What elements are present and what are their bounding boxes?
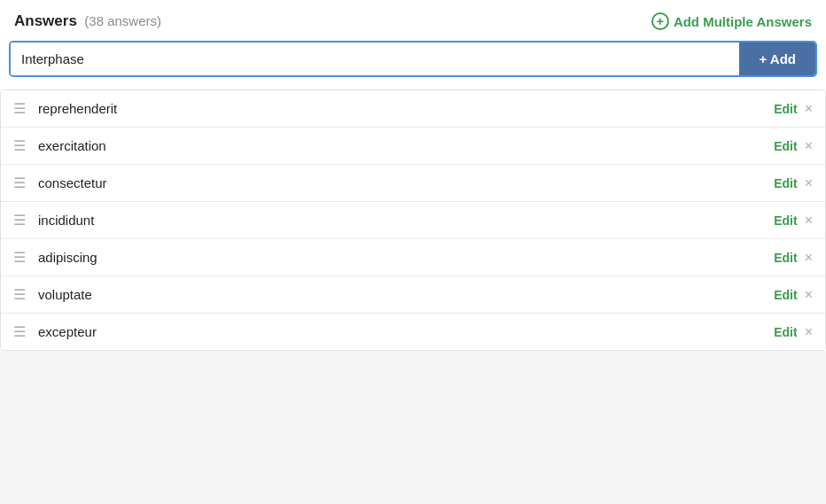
answer-input[interactable] [11,43,739,75]
drag-handle-icon[interactable]: ☰ [13,213,26,228]
edit-answer-button[interactable]: Edit [774,251,797,265]
answers-list: ☰ reprehenderit Edit × ☰ exercitation Ed… [0,89,826,351]
list-item: ☰ excepteur Edit × [1,314,825,350]
delete-answer-button[interactable]: × [805,325,813,339]
answer-text: incididunt [38,213,774,228]
drag-handle-icon[interactable]: ☰ [13,251,26,265]
add-answer-button[interactable]: + Add [739,43,815,75]
add-multiple-answers-button[interactable]: + Add Multiple Answers [651,12,812,30]
answers-container: Answers (38 answers) + Add Multiple Answ… [0,0,826,351]
delete-answer-button[interactable]: × [805,288,813,302]
delete-answer-button[interactable]: × [805,176,813,190]
answers-title: Answers (38 answers) [14,12,161,30]
delete-answer-button[interactable]: × [805,102,813,116]
delete-answer-button[interactable]: × [805,213,813,228]
edit-answer-button[interactable]: Edit [774,102,797,116]
list-item: ☰ consectetur Edit × [1,165,825,202]
delete-answer-button[interactable]: × [805,251,813,265]
edit-answer-button[interactable]: Edit [774,213,797,228]
list-item: ☰ voluptate Edit × [1,276,825,314]
answer-text: adipiscing [38,250,774,265]
answer-text: voluptate [38,287,774,302]
edit-answer-button[interactable]: Edit [774,288,797,302]
edit-answer-button[interactable]: Edit [774,139,797,153]
drag-handle-icon[interactable]: ☰ [13,325,26,339]
answer-text: exercitation [38,138,774,153]
answer-input-row: + Add [9,41,817,77]
list-item: ☰ adipiscing Edit × [1,239,825,276]
drag-handle-icon[interactable]: ☰ [13,176,26,190]
answers-header: Answers (38 answers) + Add Multiple Answ… [0,0,826,41]
edit-answer-button[interactable]: Edit [774,176,797,190]
answer-text: reprehenderit [38,101,774,116]
answer-text: consectetur [38,175,774,190]
drag-handle-icon[interactable]: ☰ [13,102,26,116]
answer-text: excepteur [38,324,774,339]
drag-handle-icon[interactable]: ☰ [13,288,26,302]
list-item: ☰ reprehenderit Edit × [1,90,825,128]
plus-circle-icon: + [651,12,669,30]
list-item: ☰ incididunt Edit × [1,202,825,239]
edit-answer-button[interactable]: Edit [774,325,797,339]
drag-handle-icon[interactable]: ☰ [13,139,26,153]
list-item: ☰ exercitation Edit × [1,128,825,165]
delete-answer-button[interactable]: × [805,139,813,153]
